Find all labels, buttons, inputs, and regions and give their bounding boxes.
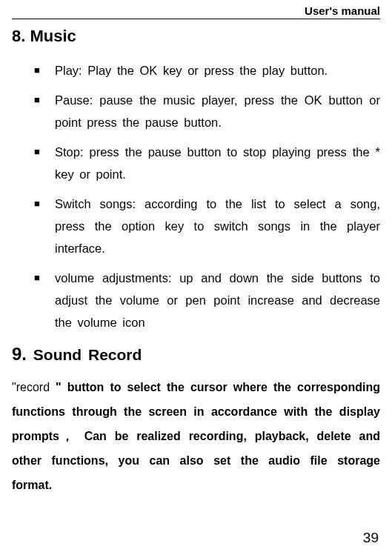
bullet-icon: ■ bbox=[34, 267, 55, 333]
section-number: 8. bbox=[12, 27, 25, 45]
page-number: 39 bbox=[363, 530, 379, 546]
bullet-text: Play: Play the OK key or press the play … bbox=[55, 59, 380, 82]
bullet-icon: ■ bbox=[34, 193, 55, 259]
bullet-text: Pause: pause the music player, press the… bbox=[55, 89, 380, 133]
section-sound-record-heading: 9. Sound Record bbox=[12, 344, 380, 365]
sound-record-paragraph: "record " button to select the cursor wh… bbox=[12, 375, 380, 497]
section-music-heading: 8. Music bbox=[12, 27, 380, 46]
bullet-icon: ■ bbox=[34, 59, 55, 82]
page: User's manual 8. Music ■ Play: Play the … bbox=[0, 0, 392, 555]
bullet-icon: ■ bbox=[34, 89, 55, 133]
list-item: ■ Play: Play the OK key or press the pla… bbox=[34, 59, 380, 82]
bullet-icon: ■ bbox=[34, 141, 55, 185]
music-bullet-list: ■ Play: Play the OK key or press the pla… bbox=[12, 59, 380, 333]
bullet-text: Stop: press the pause button to stop pla… bbox=[55, 141, 380, 185]
section-title-text: Music bbox=[30, 27, 76, 45]
section-number: 9. bbox=[12, 344, 27, 364]
header-rule bbox=[12, 19, 380, 19]
list-item: ■ Pause: pause the music player, press t… bbox=[34, 89, 380, 133]
bullet-text: Switch songs: according to the list to s… bbox=[55, 193, 380, 259]
list-item: ■ Stop: press the pause button to stop p… bbox=[34, 141, 380, 185]
header-title: User's manual bbox=[12, 4, 380, 19]
record-lead: "record bbox=[12, 381, 56, 393]
list-item: ■ volume adjustments: up and down the si… bbox=[34, 267, 380, 333]
record-body: " button to select the cursor where the … bbox=[12, 381, 380, 491]
section-title-text: Sound Record bbox=[33, 346, 142, 363]
list-item: ■ Switch songs: according to the list to… bbox=[34, 193, 380, 259]
bullet-text: volume adjustments: up and down the side… bbox=[55, 267, 380, 333]
